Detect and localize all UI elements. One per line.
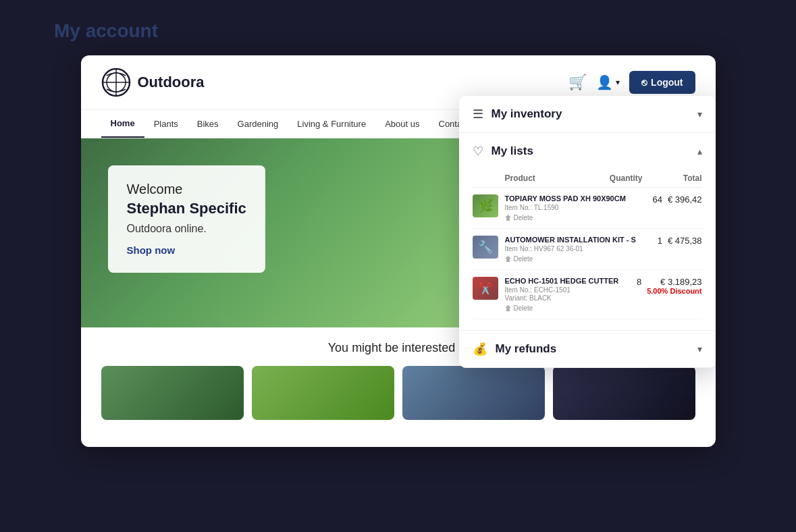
hero-name: Stephan Specific xyxy=(127,200,246,217)
item-cutter-number: Item No.: ECHC-1501 xyxy=(505,286,631,294)
item-cutter-discount: 5.00% Discount xyxy=(647,287,701,295)
my-lists-section: ♡ My lists ▴ Product Quantity Total 🌿 xyxy=(459,133,716,331)
item-mower-name: AUTOMOWER INSTALLATION KIT - S xyxy=(505,236,652,244)
cart-button[interactable]: 🛒 xyxy=(568,74,587,91)
my-lists-section-header[interactable]: ♡ My lists ▴ xyxy=(459,133,716,169)
interests-grid xyxy=(101,366,695,420)
item-mower-actions: 🗑 Delete xyxy=(505,255,652,263)
inventory-chevron-down-icon: ▾ xyxy=(697,109,702,119)
nav-item-gardening[interactable]: Gardening xyxy=(228,111,288,137)
refunds-chevron-down-icon: ▾ xyxy=(697,344,702,354)
item-mower-total: € 475,38 xyxy=(668,236,702,246)
hero-content: Welcome Stephan Specific Outdoora online… xyxy=(108,165,265,273)
page-title: My account xyxy=(54,20,158,42)
item-cutter-details: ECHO HC-1501 HEDGE CUTTER Item No.: ECHC… xyxy=(505,277,631,312)
account-dropdown-panel: ☰ My inventory ▾ ♡ My lists ▴ Product Qu… xyxy=(459,96,716,368)
refunds-icon: 💰 xyxy=(473,342,487,356)
nav-item-living[interactable]: Living & Furniture xyxy=(288,111,375,137)
my-lists-title: My lists xyxy=(492,144,533,158)
col-product-header: Product xyxy=(505,174,597,183)
logo-text: Outdoora xyxy=(138,74,205,91)
item-thumb-cutter: ✂️ xyxy=(473,277,498,300)
item-moss-total: € 396,42 xyxy=(668,194,702,205)
user-chevron-icon: ▾ xyxy=(616,78,620,87)
item-thumb-moss: 🌿 xyxy=(473,194,498,217)
col-quantity-header: Quantity xyxy=(602,174,643,183)
item-cutter-qty: 8 xyxy=(637,277,641,287)
nav-item-plants[interactable]: Plants xyxy=(144,111,188,137)
shop-now-button[interactable]: Shop now xyxy=(127,244,176,256)
item-moss-name: TOPIARY MOSS PAD XH 90X90CM xyxy=(505,194,647,203)
item-cutter-actions: 🗑 Delete xyxy=(505,304,631,312)
my-refunds-section-header[interactable]: 💰 My refunds ▾ xyxy=(459,331,716,368)
list-item-moss: 🌿 TOPIARY MOSS PAD XH 90X90CM Item No.: … xyxy=(473,188,702,229)
delete-mower-button[interactable]: 🗑 Delete xyxy=(505,255,533,263)
user-menu-button[interactable]: 👤 ▾ xyxy=(596,74,620,90)
nav-item-home[interactable]: Home xyxy=(101,110,144,138)
logout-icon: ⎋ xyxy=(641,77,647,88)
logo-icon xyxy=(101,68,131,97)
delete-mower-label: Delete xyxy=(514,255,533,263)
delete-moss-label: Delete xyxy=(514,214,533,221)
interest-card-4[interactable] xyxy=(553,366,695,420)
delete-cutter-label: Delete xyxy=(514,304,533,312)
header-actions: 🛒 👤 ▾ ⎋ Logout xyxy=(568,71,695,94)
item-moss-actions: 🗑 Delete xyxy=(505,214,647,221)
item-mower-details: AUTOMOWER INSTALLATION KIT - S Item No.:… xyxy=(505,236,652,263)
my-inventory-section-header[interactable]: ☰ My inventory ▾ xyxy=(459,96,716,133)
trash-mower-icon: 🗑 xyxy=(505,255,512,263)
my-refunds-title: My refunds xyxy=(496,342,557,356)
trash-icon: 🗑 xyxy=(505,214,512,221)
nav-item-bikes[interactable]: Bikes xyxy=(188,111,228,137)
item-cutter-total-area: € 3.189,23 5.00% Discount xyxy=(647,277,701,295)
item-mower-number: Item No.: HV967 62 36-01 xyxy=(505,245,652,252)
lists-heart-icon: ♡ xyxy=(473,144,483,159)
list-item-mower: 🔧 AUTOMOWER INSTALLATION KIT - S Item No… xyxy=(473,229,702,270)
item-cutter-name: ECHO HC-1501 HEDGE CUTTER xyxy=(505,277,631,285)
interest-card-3[interactable] xyxy=(402,366,545,420)
item-moss-qty: 64 xyxy=(652,194,662,205)
delete-moss-button[interactable]: 🗑 Delete xyxy=(505,214,533,221)
my-lists-header-left: ♡ My lists xyxy=(473,144,533,159)
my-inventory-title: My inventory xyxy=(492,107,562,121)
logout-label: Logout xyxy=(651,77,683,88)
item-thumb-mower: 🔧 xyxy=(473,236,498,259)
inventory-icon: ☰ xyxy=(473,107,483,122)
user-icon: 👤 xyxy=(596,74,613,90)
item-mower-qty: 1 xyxy=(658,236,662,246)
lists-chevron-up-icon: ▴ xyxy=(697,146,702,157)
interest-card-2[interactable] xyxy=(252,366,394,420)
my-lists-content: Product Quantity Total 🌿 TOPIARY MOSS PA… xyxy=(459,169,716,331)
list-item-cutter: ✂️ ECHO HC-1501 HEDGE CUTTER Item No.: E… xyxy=(473,270,702,319)
item-cutter-variant: Variant: BLACK xyxy=(505,294,631,302)
hero-welcome: Welcome xyxy=(127,182,246,197)
browser-frame: Outdoora 🛒 👤 ▾ ⎋ Logout Home Plants Bike… xyxy=(81,55,716,447)
my-inventory-header-left: ☰ My inventory xyxy=(473,107,562,122)
item-cutter-total: € 3.189,23 xyxy=(647,277,701,287)
logout-button[interactable]: ⎋ Logout xyxy=(629,71,695,94)
hero-subtitle: Outdoora online. xyxy=(127,223,246,235)
delete-cutter-button[interactable]: 🗑 Delete xyxy=(505,304,533,312)
my-refunds-header-left: 💰 My refunds xyxy=(473,342,557,356)
trash-cutter-icon: 🗑 xyxy=(505,304,512,312)
col-total-header: Total xyxy=(648,174,702,183)
logo-area: Outdoora xyxy=(101,68,205,97)
item-moss-number: Item No.: TL.1590 xyxy=(505,204,647,211)
interest-card-1[interactable] xyxy=(101,366,244,420)
nav-item-about[interactable]: About us xyxy=(375,111,429,137)
item-moss-details: TOPIARY MOSS PAD XH 90X90CM Item No.: TL… xyxy=(505,194,647,221)
